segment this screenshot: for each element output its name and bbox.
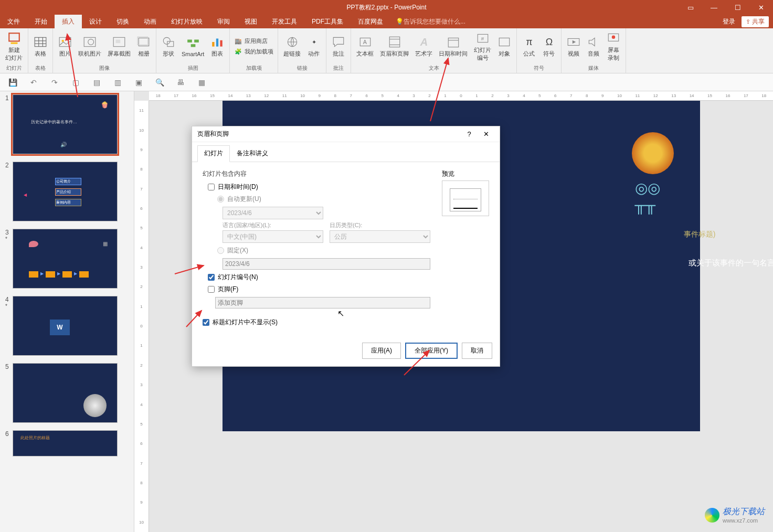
wordart-icon: A	[417, 35, 431, 49]
textbox-button[interactable]: A文本框	[353, 29, 377, 63]
group-label-illustrations: 插图	[158, 63, 227, 73]
hide-on-title-checkbox[interactable]	[203, 319, 209, 326]
group-label-text: 文本	[353, 63, 514, 73]
thumb-slide-5[interactable]	[13, 363, 118, 423]
date-time-button[interactable]: 日期和时间	[436, 29, 471, 63]
tab-developer[interactable]: 开发工具	[264, 15, 304, 28]
hide-on-title-label: 标题幻灯片中不显示(S)	[213, 318, 278, 327]
qat-icon-5[interactable]: ▤	[91, 77, 102, 88]
qat-icon-10[interactable]: ▦	[196, 77, 207, 88]
tab-design[interactable]: 设计	[82, 15, 109, 28]
smartart-button[interactable]: SmartArt	[178, 29, 207, 63]
header-footer-button[interactable]: 页眉和页脚	[377, 29, 412, 63]
equation-icon: π	[522, 35, 536, 49]
my-addins-button[interactable]: 🧩我的加载项	[232, 47, 276, 57]
date-format-select[interactable]: 2023/4/6	[223, 207, 323, 219]
calendar-type-select[interactable]: 公历	[330, 230, 430, 243]
slide-thumbnails-panel[interactable]: 1 历史记录中的著名事件… 🍿 🔊 2 ◀ 公司简介 产品介绍 案例内容 3* …	[0, 91, 134, 532]
ribbon-display-options-icon[interactable]: ▭	[679, 0, 702, 15]
tab-file[interactable]: 文件	[0, 15, 27, 28]
save-icon[interactable]: 💾	[7, 77, 18, 88]
share-button[interactable]: ⇪ 共享	[742, 16, 769, 27]
dialog-titlebar[interactable]: 页眉和页脚 ? ✕	[192, 126, 500, 142]
store-button[interactable]: 🏬应用商店	[232, 36, 276, 47]
shapes-button[interactable]: 形状	[158, 29, 178, 63]
thumb-number-5: 5	[5, 363, 13, 370]
action-button[interactable]: ✦动作	[304, 29, 324, 63]
minimize-icon[interactable]: ―	[702, 0, 726, 15]
new-slide-button[interactable]: 新建 幻灯片	[2, 29, 26, 63]
tab-baidu-netdisk[interactable]: 百度网盘	[351, 15, 390, 28]
smartart-icon	[186, 36, 200, 50]
comment-button[interactable]: 批注	[329, 29, 348, 63]
footer-checkbox[interactable]	[208, 286, 215, 293]
hyperlink-button[interactable]: 超链接	[280, 29, 304, 63]
audio-button[interactable]: 音频	[584, 29, 603, 63]
tab-review[interactable]: 审阅	[210, 15, 237, 28]
thumb-slide-6[interactable]: 此处照片的标题	[13, 430, 118, 456]
qat-icon-6[interactable]: ▥	[112, 77, 123, 88]
undo-icon[interactable]: ↶	[28, 77, 39, 88]
auto-update-label: 自动更新(U)	[227, 195, 261, 204]
qat-icon-7[interactable]: ▣	[133, 77, 144, 88]
menu-tab-row: 文件 开始 插入 设计 切换 动画 幻灯片放映 审阅 视图 开发工具 PDF工具…	[0, 15, 773, 28]
footer-checkbox-label: 页脚(F)	[218, 285, 238, 294]
group-label-links: 链接	[280, 63, 324, 73]
video-button[interactable]: 视频	[564, 29, 584, 63]
slide-number-button[interactable]: #幻灯片 编号	[471, 29, 494, 63]
auto-update-radio[interactable]	[217, 196, 224, 203]
tab-home[interactable]: 开始	[27, 15, 55, 28]
table-button[interactable]: 表格	[30, 29, 50, 63]
online-pictures-button[interactable]: 联机图片	[75, 29, 104, 63]
wordart-button[interactable]: A艺术字	[412, 29, 436, 63]
apply-button[interactable]: 应用(A)	[362, 343, 401, 359]
watermark: 极光下载站 www.xz7.com	[705, 506, 765, 524]
fixed-date-input[interactable]	[223, 258, 430, 270]
maximize-icon[interactable]: ☐	[726, 0, 749, 15]
qat-icon-9[interactable]: 🖶	[175, 77, 186, 88]
dialog-tab-slide[interactable]: 幻灯片	[197, 145, 230, 162]
tab-animations[interactable]: 动画	[136, 15, 164, 28]
thumb-number-1: 1	[5, 94, 13, 102]
tell-me-search[interactable]: 💡 告诉我您想要做什么...	[396, 15, 465, 28]
thumb-slide-2[interactable]: ◀ 公司简介 产品介绍 案例内容	[13, 162, 118, 221]
dialog-tab-notes[interactable]: 备注和讲义	[230, 145, 275, 162]
login-button[interactable]: 登录	[718, 16, 739, 27]
screenshot-button[interactable]: 屏幕截图	[104, 29, 134, 63]
symbol-button[interactable]: Ω符号	[539, 29, 559, 63]
dialog-title-text: 页眉和页脚	[197, 130, 229, 139]
datetime-checkbox[interactable]	[208, 184, 215, 190]
tab-insert[interactable]: 插入	[55, 15, 82, 28]
slide-number-checkbox[interactable]	[208, 274, 215, 281]
apply-all-button[interactable]: 全部应用(Y)	[405, 343, 458, 359]
tab-pdf-tools[interactable]: PDF工具集	[304, 15, 351, 28]
thumb-slide-3[interactable]: ▦ ▶ ▶ ▶	[13, 229, 118, 289]
thumb-slide-4[interactable]: W	[13, 296, 118, 356]
svg-rect-0	[9, 33, 19, 41]
redo-icon[interactable]: ↷	[49, 77, 60, 88]
close-icon[interactable]: ✕	[749, 0, 773, 15]
chart-icon	[210, 35, 224, 49]
tab-slideshow[interactable]: 幻灯片放映	[164, 15, 210, 28]
chart-button[interactable]: 图表	[207, 29, 227, 63]
slideshow-start-icon[interactable]: ▢	[70, 77, 81, 88]
screen-recording-button[interactable]: 屏幕 录制	[603, 29, 623, 63]
language-select[interactable]: 中文(中国)	[223, 230, 323, 243]
tab-view[interactable]: 视图	[237, 15, 264, 28]
photo-album-button[interactable]: 相册	[134, 29, 154, 63]
fixed-radio[interactable]	[217, 247, 224, 254]
cancel-button[interactable]: 取消	[462, 343, 492, 359]
svg-marker-36	[589, 38, 595, 46]
slide-deco-icon: ◎◎╥╥	[635, 179, 660, 214]
thumb-slide-1[interactable]: 历史记录中的著名事件… 🍿 🔊	[13, 94, 118, 154]
object-button[interactable]: 对象	[494, 29, 514, 63]
tab-transitions[interactable]: 切换	[109, 15, 136, 28]
footer-input[interactable]	[215, 297, 430, 308]
hyperlink-icon	[285, 35, 299, 49]
equation-button[interactable]: π公式	[519, 29, 539, 63]
dialog-close-icon[interactable]: ✕	[478, 126, 494, 142]
svg-rect-18	[194, 39, 199, 42]
dialog-help-icon[interactable]: ?	[461, 126, 478, 142]
pictures-button[interactable]: 图片	[55, 29, 75, 63]
qat-icon-8[interactable]: 🔍	[154, 77, 165, 88]
